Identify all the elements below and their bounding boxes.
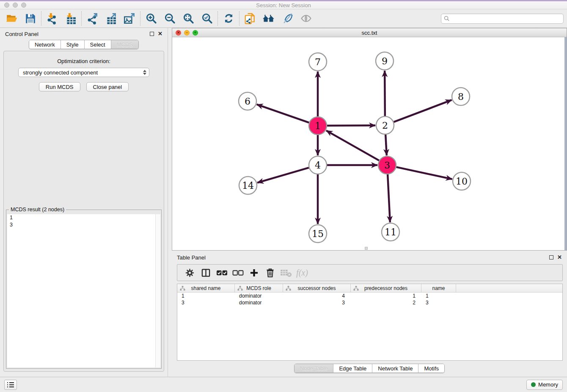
control-tab-mcds[interactable]: MCDS (111, 40, 138, 49)
table-tab-node-table[interactable]: Node Table (295, 364, 333, 373)
graph-node-4[interactable]: 4 (309, 156, 327, 174)
scrollbar-track[interactable] (155, 214, 160, 367)
table-cell[interactable]: 3 (421, 299, 456, 306)
svg-text:6: 6 (245, 96, 250, 107)
save-session-icon[interactable] (21, 11, 40, 26)
table-row[interactable]: 3dominator323 (177, 299, 562, 306)
column-header-shared-name[interactable]: shared name (177, 284, 235, 292)
graph-node-8[interactable]: 8 (452, 88, 470, 105)
graph-node-1[interactable]: 1 (309, 117, 327, 135)
edge-3-10[interactable] (396, 167, 452, 179)
select-all-icon[interactable] (214, 266, 230, 279)
graph-node-15[interactable]: 15 (309, 225, 327, 243)
edge-3-1[interactable] (326, 130, 379, 160)
table-cell[interactable]: 1 (421, 293, 456, 299)
edge-3-11[interactable] (388, 174, 390, 222)
search-input[interactable] (451, 15, 561, 22)
table-tab-network-table[interactable]: Network Table (372, 364, 418, 373)
refresh-icon[interactable] (219, 11, 238, 26)
column-header-predecessor-nodes[interactable]: predecessor nodes (351, 284, 421, 292)
dropdown-value: strongly connected component (23, 69, 143, 76)
mcds-result-item[interactable]: 1 (7, 214, 160, 221)
table-cell[interactable]: dominator (235, 299, 283, 306)
edge-4-14[interactable] (257, 168, 309, 182)
graph-node-14[interactable]: 14 (239, 177, 257, 194)
column-header-successor-nodes[interactable]: successor nodes (283, 284, 351, 292)
graph-node-3[interactable]: 3 (378, 156, 396, 174)
zoom-selected-icon[interactable] (198, 11, 216, 26)
run-mcds-button[interactable]: Run MCDS (39, 82, 80, 91)
table-cell[interactable]: 4 (283, 293, 351, 299)
mcds-result-groupbox: MCDS result (2 nodes) 13 (6, 210, 162, 369)
zoom-out-icon[interactable] (160, 11, 179, 26)
graph-node-2[interactable]: 2 (376, 116, 394, 134)
graph-node-11[interactable]: 11 (382, 223, 399, 241)
control-tab-style[interactable]: Style (61, 40, 84, 49)
first-neighbors-icon[interactable] (259, 11, 278, 26)
graph-node-7[interactable]: 7 (309, 53, 327, 71)
zoom-in-icon[interactable] (142, 11, 160, 26)
copy-network-icon[interactable] (241, 11, 259, 26)
node-table: shared nameMCDS rolesuccessor nodesprede… (177, 284, 563, 361)
edge-2-8[interactable] (394, 100, 452, 122)
export-table-icon[interactable] (102, 11, 120, 26)
table-panel-header: Table Panel ✕ (172, 252, 567, 262)
table-cell[interactable]: 2 (351, 299, 421, 306)
network-right-border (564, 37, 567, 250)
control-panel-tabs: NetworkStyleSelectMCDS (0, 40, 168, 50)
tree-icon (180, 286, 185, 291)
control-tab-network[interactable]: Network (29, 40, 61, 49)
import-table-icon[interactable] (61, 11, 80, 26)
split-panel-icon[interactable] (198, 266, 214, 279)
table-cell[interactable]: 1 (177, 293, 235, 299)
table-cell[interactable]: 1 (351, 293, 421, 299)
hide-style-icon[interactable] (278, 11, 297, 26)
svg-text:15: 15 (312, 229, 324, 239)
edge-2-9[interactable] (385, 71, 385, 116)
deselect-all-icon[interactable] (230, 266, 246, 279)
delete-table-icon (278, 266, 294, 279)
table-panel: Table Panel ✕ f(x) shared nameMCDS roles… (172, 252, 567, 377)
control-tab-select[interactable]: Select (84, 40, 111, 49)
column-header-name[interactable]: name (421, 284, 456, 292)
table-row[interactable]: 1dominator411 (177, 293, 562, 299)
control-panel-header: Control Panel ✕ (0, 28, 168, 40)
network-canvas[interactable]: 1234678910111415 (172, 37, 567, 250)
zoom-fit-icon[interactable] (179, 11, 198, 26)
optimization-criterion-dropdown[interactable]: strongly connected component (18, 68, 149, 77)
graph-node-10[interactable]: 10 (453, 172, 471, 190)
export-network-icon[interactable] (83, 11, 102, 26)
edge-1-6[interactable] (257, 105, 309, 123)
table-cell[interactable]: dominator (235, 293, 283, 299)
table-tab-motifs[interactable]: Motifs (418, 364, 444, 373)
table-tab-edge-table[interactable]: Edge Table (333, 364, 372, 373)
mcds-result-item[interactable]: 3 (7, 221, 160, 229)
edge-1-2[interactable] (327, 125, 375, 126)
column-header-mcds-role[interactable]: MCDS role (235, 284, 283, 292)
add-icon[interactable] (246, 266, 262, 279)
svg-text:14: 14 (242, 180, 254, 191)
table-cell[interactable]: 3 (177, 299, 235, 306)
float-panel-icon[interactable] (150, 32, 154, 36)
status-bar: Memory (0, 377, 567, 392)
search-box[interactable] (441, 14, 564, 24)
close-panel-button[interactable]: Close panel (86, 82, 129, 91)
edge-2-3[interactable] (385, 135, 387, 155)
graph-node-6[interactable]: 6 (239, 92, 256, 110)
graph-node-9[interactable]: 9 (376, 52, 394, 70)
gear-icon[interactable] (182, 266, 198, 279)
trash-icon[interactable] (262, 266, 278, 279)
table-cell[interactable]: 3 (283, 299, 351, 306)
memory-label: Memory (538, 381, 558, 388)
export-image-icon[interactable] (120, 11, 139, 26)
close-panel-icon[interactable]: ✕ (158, 32, 162, 36)
float-table-panel-icon[interactable] (549, 255, 553, 259)
close-table-panel-icon[interactable]: ✕ (557, 255, 562, 259)
import-network-icon[interactable] (43, 11, 61, 26)
splitter-handle[interactable] (365, 247, 368, 250)
memory-button[interactable]: Memory (526, 380, 563, 390)
panel-splitter[interactable] (168, 28, 172, 377)
open-file-icon[interactable] (3, 11, 21, 26)
mcds-result-title: MCDS result (2 nodes) (9, 207, 66, 213)
task-history-button[interactable] (4, 380, 17, 390)
